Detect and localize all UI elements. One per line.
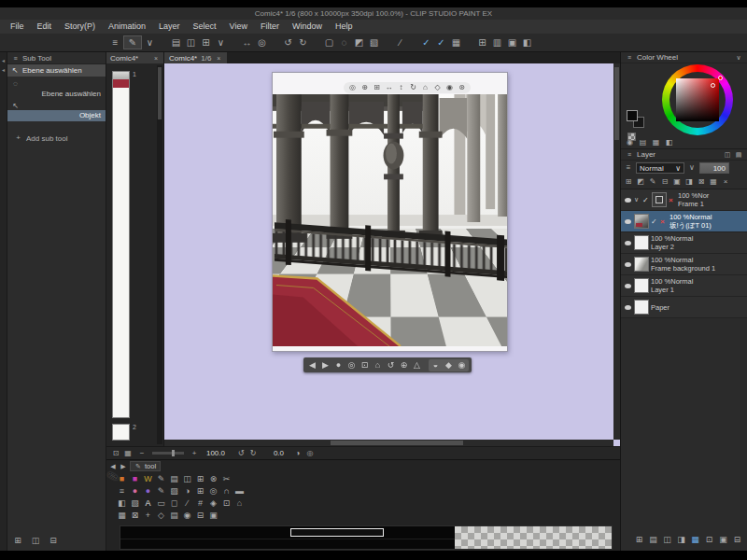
menu-item[interactable]: File [4,20,31,34]
tool-gradient[interactable]: ▧ [129,497,141,510]
color-set-tab-icon[interactable]: ▦ [651,137,661,147]
redo-icon[interactable]: ↻ [296,35,310,49]
layer-row-layer-1[interactable]: 100 %Normal Layer 1 [621,275,747,297]
obj-snap-ground-icon[interactable]: ⌂ [420,83,430,93]
close-icon[interactable]: × [152,54,160,62]
material-panel-icon[interactable]: ▥ [490,35,504,49]
flip-horizontal-icon[interactable]: ◑ [292,448,303,459]
new-raster-layer-icon[interactable]: ◩ [635,176,646,188]
panel-icon[interactable]: ▣ [717,534,729,546]
obj-move-horizontal-icon[interactable]: ↔ [384,83,394,93]
threed-material-icon[interactable]: ◒ [430,359,442,371]
tool-color-b[interactable]: ● [142,485,154,497]
opacity-slider[interactable]: 100 [699,162,729,174]
grid-view-icon[interactable]: ⊞ [475,35,489,49]
menu-icon[interactable]: ≡ [625,53,634,63]
tool-line[interactable]: ▬ [233,485,246,497]
tool-frame[interactable]: ▭ [155,497,167,510]
palette-next-icon[interactable]: ▶ [119,461,128,470]
threed-scene[interactable] [273,94,507,346]
visibility-eye-icon[interactable] [623,305,632,310]
list-icon[interactable]: ▤ [647,534,659,546]
half-icon[interactable]: ◨ [675,534,687,546]
tool-select2[interactable]: ⊡ [220,497,233,510]
fit-to-screen-icon[interactable]: ⊡ [110,448,121,459]
layer-menu-icon[interactable]: ▤ [734,150,743,160]
cam-reset-icon[interactable]: ↺ [385,359,397,371]
tool-caret-icon[interactable]: ∨ [143,35,157,49]
screen-settings-icon[interactable]: ▣ [505,35,519,49]
zoom-slider[interactable] [152,452,184,455]
tool-grid2[interactable]: ⊞ [194,485,206,497]
menu-icon[interactable]: ≡ [11,54,20,63]
panel-caret-icon[interactable]: ∨ [734,53,743,63]
zoom-tool-icon[interactable]: ◎ [255,35,269,49]
lock-alpha-icon[interactable]: ▦ [708,176,719,188]
menu-icon[interactable]: ≡ [625,150,634,160]
new-timeline-icon[interactable]: ⊞ [633,534,645,546]
collapse-panel-icon[interactable]: ◂ [0,57,7,64]
duplicate-page-icon[interactable]: ◫ [30,535,41,546]
delete-layer-icon[interactable]: × [720,176,731,188]
obj-camera-pan-icon[interactable]: ⊕ [359,83,370,93]
threed-pose-icon[interactable]: ◆ [443,359,455,371]
blend-transfer-icon[interactable]: ⊞ [623,176,634,188]
crop-icon[interactable]: ▧ [367,35,381,49]
visibility-eye-icon[interactable] [623,284,632,288]
layer-thumbnail[interactable] [652,192,667,207]
target-icon[interactable]: ⊡ [703,534,715,546]
layer-thumbnail[interactable] [634,235,649,250]
invert-selection-icon[interactable]: ◩ [352,35,366,49]
undo-icon[interactable]: ↺ [281,35,295,49]
tool-text[interactable]: A [142,497,154,510]
menu-item[interactable]: Window [286,20,329,34]
obj-camera-orbit-icon[interactable]: ◎ [347,83,358,93]
tool-fgbg[interactable]: ◧ [116,497,128,510]
tool-color-a[interactable]: ● [129,485,141,497]
visibility-eye-icon[interactable] [623,198,632,203]
layer-filter-icon[interactable]: ◫ [723,150,732,160]
tool-marker[interactable]: W [142,473,154,485]
layer-thumbnail[interactable] [634,257,649,272]
rotate-ccw-icon[interactable]: ↺ [235,448,247,459]
save-caret-icon[interactable]: ∨ [214,35,228,49]
sv-cursor[interactable] [711,83,715,88]
tool-airbrush[interactable]: ◫ [181,473,193,485]
mix-color-tab-icon[interactable]: ◧ [664,137,674,147]
select-rect-icon[interactable]: ▢ [322,35,336,49]
timeline-track[interactable] [120,525,613,550]
layer-row-3d-selected[interactable]: ✓ × 100 %Normal 坂!う(ぽT 01) [621,211,747,232]
snap-to-special-ruler-icon[interactable]: ✓ [434,35,448,49]
menu-item[interactable]: View [223,20,254,34]
tool-3d[interactable]: ⌂ [233,497,246,510]
tool-curve[interactable]: ∩ [220,485,233,497]
add-page-icon[interactable]: ⊞ [12,535,23,546]
close-icon[interactable]: × [215,54,222,62]
tool-shape[interactable]: ◇ [155,510,167,522]
cam-perspective-icon[interactable]: △ [411,359,423,371]
subtool-item-layer-select[interactable]: ↖ Ebene auswählen [7,64,106,77]
canvas-page[interactable] [272,72,508,352]
cam-zoom-icon[interactable]: ⊕ [398,359,410,371]
cam-fit-icon[interactable]: ⊡ [359,359,371,371]
color-wheel-tab-icon[interactable]: ◉ [625,137,635,147]
tool-grid3[interactable]: # [194,497,206,510]
cam-record-icon[interactable]: ● [332,359,345,371]
page-manager-tab[interactable]: Comic4* × [106,52,163,63]
tool-panel[interactable]: ▣ [207,510,219,522]
new-folder-icon[interactable]: ⊟ [659,176,670,188]
tool-brushes[interactable]: ▤ [168,510,180,522]
tool-decoration[interactable]: ⊞ [194,473,206,485]
delete-page-icon[interactable]: ⊟ [48,535,59,546]
actual-pixels-icon[interactable]: ▦ [122,448,134,459]
tool-target[interactable]: ◉ [181,510,193,522]
tool-add[interactable]: + [142,510,154,522]
tool-ruler2[interactable]: ∕ [181,497,193,510]
subtool-item-object[interactable]: ↖ Objekt [7,99,106,121]
tool-gradient2[interactable]: ◑ [181,485,193,497]
page-1-thumbnail[interactable] [112,71,130,418]
page-list-scrollbar[interactable] [157,65,162,444]
open-page-icon[interactable]: ◫ [184,35,198,49]
menu-item[interactable]: Layer [152,20,187,34]
blend-mode-select[interactable]: Normal ∨ [636,162,684,174]
